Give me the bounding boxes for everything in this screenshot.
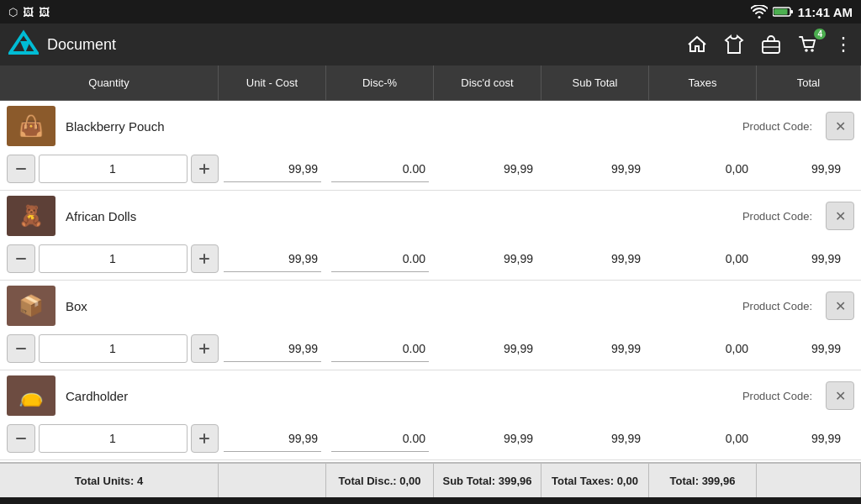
footer-total-taxes-value: 0,00	[617, 475, 638, 487]
total-cell-0: 99,99	[757, 155, 854, 182]
col-header-unitcost: Unit - Cost	[219, 66, 326, 100]
nav-title: Document	[47, 36, 686, 54]
product-info-row-0: 👜 Blackberry Pouch Product Code: ✕	[0, 101, 861, 151]
column-headers: Quantity Unit - Cost Disc-% Disc'd cost …	[0, 66, 861, 101]
unit-cost-input-3[interactable]	[224, 425, 321, 452]
taxes-cell-0: 0,00	[649, 155, 757, 182]
qty-stepper-1	[7, 244, 219, 273]
disc-pct-input-1[interactable]	[331, 245, 429, 272]
product-name-2: Box	[66, 299, 742, 313]
battery-icon	[773, 6, 793, 18]
qty-input-2[interactable]	[39, 334, 188, 363]
taxes-value-1: 0,00	[654, 245, 752, 272]
product-thumb-2: 📦	[7, 286, 55, 326]
table-row: 👝 Cardholder Product Code: ✕	[0, 370, 861, 460]
disc-pct-input-0[interactable]	[331, 155, 429, 182]
footer-spacer-uc	[219, 464, 326, 497]
cart-icon[interactable]: 4	[797, 34, 819, 55]
col-header-total: Total	[757, 66, 861, 100]
footer-total-spacer	[757, 464, 861, 497]
col-header-discpct: Disc-%	[326, 66, 434, 100]
table-row: 🧸 African Dolls Product Code: ✕	[0, 191, 861, 281]
nav-icons: 4 ⋮	[686, 34, 853, 55]
shirt-icon[interactable]	[723, 34, 745, 55]
qty-decrease-btn-3[interactable]	[7, 424, 35, 453]
disc-cost-cell-2: 99,99	[434, 335, 541, 362]
disc-cost-cell-1: 99,99	[434, 245, 541, 272]
taxes-value-0: 0,00	[654, 155, 752, 182]
table-row: 📦 Box Product Code: ✕	[0, 281, 861, 370]
nav-bar: Document 4	[0, 24, 861, 66]
product-code-label-1: Product Code:	[742, 210, 812, 223]
qty-decrease-btn-1[interactable]	[7, 244, 35, 273]
qty-increase-btn-3[interactable]	[191, 424, 219, 453]
product-thumb-3: 👝	[7, 375, 55, 416]
footer-total-units-value: 4	[137, 475, 143, 487]
product-info-row-3: 👝 Cardholder Product Code: ✕	[0, 370, 861, 421]
bottom-nav	[0, 497, 861, 504]
footer-summary: Total Units: 4 Total Disc.: 0,00 Sub Tot…	[0, 462, 861, 497]
taxes-value-3: 0,00	[654, 425, 752, 452]
disc-pct-input-2[interactable]	[331, 335, 429, 362]
product-name-1: African Dolls	[66, 209, 742, 223]
qty-stepper-2	[7, 334, 219, 363]
sub-total-value-3: 99,99	[547, 425, 644, 452]
more-icon[interactable]: ⋮	[834, 34, 853, 55]
qty-increase-btn-0[interactable]	[191, 155, 219, 183]
qty-increase-btn-2[interactable]	[191, 334, 219, 363]
footer-total-disc: Total Disc.: 0,00	[326, 464, 434, 497]
unit-cost-cell-1	[219, 245, 326, 272]
unit-cost-input-2[interactable]	[224, 335, 321, 362]
delete-button-1[interactable]: ✕	[826, 202, 854, 230]
footer-subtotal: Sub Total: 399,96	[434, 464, 541, 497]
qty-increase-btn-1[interactable]	[191, 244, 219, 273]
sub-total-cell-2: 99,99	[541, 335, 649, 362]
disc-pct-input-3[interactable]	[331, 425, 429, 452]
cart-badge: 4	[814, 29, 826, 39]
qty-decrease-btn-0[interactable]	[7, 155, 35, 183]
product-info-row-2: 📦 Box Product Code: ✕	[0, 281, 861, 331]
unit-cost-cell-2	[219, 335, 326, 362]
qty-decrease-btn-2[interactable]	[7, 334, 35, 363]
svg-rect-1	[790, 10, 793, 13]
footer-subtotal-label: Sub Total:	[443, 475, 496, 487]
home-icon[interactable]	[686, 34, 708, 55]
product-code-label-0: Product Code:	[742, 120, 812, 133]
product-values-row-1: 99,99 99,99 0,00 99,99	[0, 241, 861, 280]
img2-icon: 🖼	[39, 6, 50, 18]
total-value-2: 99,99	[757, 335, 844, 362]
col-header-subtotal: Sub Total	[541, 66, 649, 100]
img-icon: 🖼	[23, 6, 34, 18]
briefcase-icon[interactable]	[760, 34, 782, 55]
col-header-quantity: Quantity	[0, 66, 219, 100]
qty-stepper-3	[7, 424, 219, 453]
sub-total-cell-0: 99,99	[541, 155, 649, 182]
taxes-cell-3: 0,00	[649, 425, 757, 452]
delete-button-0[interactable]: ✕	[826, 112, 854, 140]
taxes-cell-2: 0,00	[649, 335, 757, 362]
qty-input-3[interactable]	[39, 424, 188, 453]
product-list: 👜 Blackberry Pouch Product Code: ✕	[0, 101, 861, 462]
footer-total-value: 399,96	[702, 475, 736, 487]
disc-pct-cell-2	[326, 335, 434, 362]
delete-button-3[interactable]: ✕	[826, 381, 854, 410]
disc-pct-cell-3	[326, 425, 434, 452]
disc-cost-cell-3: 99,99	[434, 425, 541, 452]
qty-input-0[interactable]	[39, 155, 188, 183]
product-info-row-1: 🧸 African Dolls Product Code: ✕	[0, 191, 861, 241]
sub-total-value-0: 99,99	[547, 155, 644, 182]
col-header-discdcost: Disc'd cost	[434, 66, 541, 100]
footer-total-units: Total Units: 4	[0, 464, 219, 497]
disc-cost-cell-0: 99,99	[434, 155, 541, 182]
product-values-row-0: 99,99 99,99 0,00 99,99	[0, 151, 861, 190]
qty-input-1[interactable]	[39, 244, 188, 273]
unit-cost-input-1[interactable]	[224, 245, 321, 272]
qty-stepper-0	[7, 155, 219, 183]
status-bar: ⬡ 🖼 🖼 11:41 AM	[0, 0, 861, 24]
product-values-row-2: 99,99 99,99 0,00 99,99	[0, 331, 861, 370]
footer-total-label: Total:	[670, 475, 699, 487]
left-status-icons: ⬡ 🖼 🖼	[8, 6, 50, 18]
product-thumb-0: 👜	[7, 106, 55, 146]
unit-cost-input-0[interactable]	[224, 155, 321, 182]
delete-button-2[interactable]: ✕	[826, 291, 854, 320]
